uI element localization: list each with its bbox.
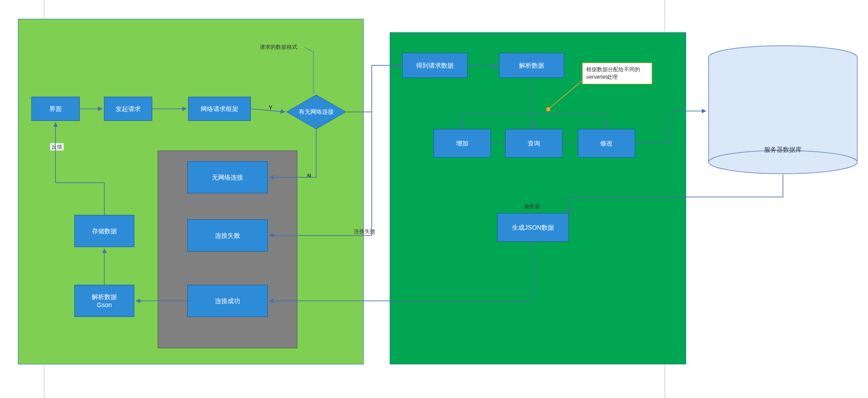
note-serverlet-text: 根据数据分配给不同的serverlet处理 — [586, 66, 640, 80]
node-store-data-label: 存储数据 — [92, 227, 117, 235]
database-cylinder: 服务器数据库 — [708, 45, 858, 175]
node-ui[interactable]: 界面 — [31, 97, 80, 121]
node-gen-json[interactable]: 生成JSON数据 — [497, 213, 569, 242]
node-add[interactable]: 增加 — [434, 129, 491, 158]
label-server: 服务器 — [524, 203, 540, 210]
node-has-network-label: 有无网络连接 — [285, 94, 348, 130]
node-parse-gson-label: 解析数据 Gson — [92, 293, 117, 309]
node-no-network[interactable]: 无网络连接 — [187, 161, 268, 193]
node-parse-gson[interactable]: 解析数据 Gson — [74, 285, 134, 317]
label-y: Y — [269, 105, 272, 111]
node-add-label: 增加 — [456, 139, 468, 147]
node-store-data[interactable]: 存储数据 — [74, 215, 134, 247]
node-net-framework-label: 网络请求框架 — [201, 105, 238, 113]
node-conn-fail-label: 连接失败 — [215, 231, 240, 240]
node-ui-label: 界面 — [49, 105, 62, 113]
label-conn-fail: 连接失败 — [354, 228, 375, 235]
node-conn-fail[interactable]: 连接失败 — [187, 219, 268, 252]
node-send-request[interactable]: 发起请求 — [104, 97, 152, 121]
node-query-label: 查询 — [528, 139, 540, 147]
label-request-format: 请求的数据格式 — [260, 44, 297, 50]
node-net-framework[interactable]: 网络请求框架 — [188, 97, 251, 121]
node-has-network[interactable]: 有无网络连接 — [285, 94, 339, 125]
label-feedback: 反馈 — [50, 143, 64, 150]
node-modify-label: 修改 — [600, 139, 613, 147]
node-conn-ok-label: 连接成功 — [215, 297, 240, 305]
node-get-request-label: 得到请求数据 — [416, 61, 454, 69]
node-parse-data[interactable]: 解析数据 — [499, 53, 564, 78]
label-n: N — [307, 173, 311, 179]
node-get-request[interactable]: 得到请求数据 — [402, 53, 468, 78]
node-send-request-label: 发起请求 — [116, 105, 141, 113]
node-parse-data-label: 解析数据 — [519, 61, 544, 69]
node-conn-ok[interactable]: 连接成功 — [187, 285, 268, 317]
node-modify[interactable]: 修改 — [578, 129, 635, 158]
database-label: 服务器数据库 — [708, 146, 858, 154]
note-serverlet: 根据数据分配给不同的serverlet处理 — [582, 63, 652, 84]
node-no-network-label: 无网络连接 — [212, 173, 243, 181]
node-gen-json-label: 生成JSON数据 — [512, 223, 554, 231]
node-query[interactable]: 查询 — [505, 129, 563, 158]
